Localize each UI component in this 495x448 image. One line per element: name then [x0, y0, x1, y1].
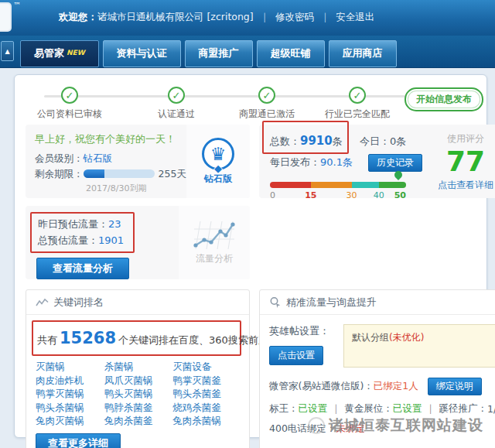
biaowang-label: 标王：	[269, 402, 299, 416]
traffic-analysis-button[interactable]: 查看流量分析	[36, 258, 129, 279]
logout-link[interactable]: 安全退出	[336, 11, 374, 22]
keyword-link[interactable]: 肉皮油炸机	[36, 374, 104, 387]
keyword-link[interactable]: 鸭头灭菌锅	[104, 388, 173, 400]
tab-super-shop[interactable]: 超级旺铺	[257, 40, 325, 67]
boost-panel-header: 精准流量与询盘提升	[260, 290, 495, 315]
tab-yiguanjia[interactable]: 易管家NEW	[20, 40, 99, 67]
check-icon: ✓	[258, 87, 275, 104]
boost-panel-title: 精准流量与询盘提升	[286, 296, 377, 309]
step-alliance-activated: ✓ 商盟通已激活	[239, 87, 295, 121]
annotation-box-traffic: 昨日预估流量：23 总预估流量：1901	[30, 212, 135, 253]
traffic-card: 昨日预估流量：23 总预估流量：1901 查看流量分析	[26, 206, 250, 279]
keyword-link[interactable]: 灭菌锅	[36, 361, 104, 373]
phone-bind-label: 400电话绑定：	[269, 422, 336, 436]
main-panel: ✓ 公司资料已审核 ✓ 认证通过 ✓ 商盟通已激活 ✓ 行业已完全匹配 开始信息…	[14, 74, 487, 438]
phone-bind-value: 未绑定	[336, 422, 365, 436]
greeting-card: 早上好，祝您有个美好的一天！ 会员级别：钻石版 剩余期限：255天 2017/8…	[26, 125, 250, 198]
wechat-value: 已绑定1人	[374, 380, 418, 393]
keyword-panel: 关键词排名 共有15268个关键词排在百度、360搜索前三页。 灭菌锅 杀菌锅 …	[26, 289, 250, 448]
remaining-label: 剩余期限：	[35, 168, 84, 180]
wechat-label: 微管家(易站通微信版)：	[269, 380, 374, 393]
bottom-row: 关键词排名 共有15268个关键词排在百度、360搜索前三页。 灭菌锅 杀菌锅 …	[26, 289, 480, 448]
total-label: 总数：	[270, 135, 300, 147]
annotation-box-total: 总数：9910条	[270, 134, 343, 149]
total-traffic-value: 1901	[98, 234, 124, 246]
separator: ｜	[331, 402, 340, 416]
gold-slot-value: 已设置	[393, 402, 422, 416]
keyword-link[interactable]: 鸭头杀菌釜	[172, 388, 241, 400]
annotation-box-keywords: 共有15268个关键词排在百度、360搜索前三页。	[32, 320, 241, 356]
xijing-label: 蹊径推广：	[439, 402, 488, 416]
member-level-link[interactable]: 钻石版	[84, 152, 113, 164]
hero-group-box[interactable]: 默认分组(未优化) ▲ ▼	[343, 324, 495, 368]
onboarding-steps: ✓ 公司资料已审核 ✓ 认证通过 ✓ 商盟通已激活 ✓ 行业已完全匹配 开始信息…	[26, 81, 480, 125]
screen: ™ 欢迎您：诸城市日通机械有限公司 [zcritong] ｜ 修改密码 ｜ 安全…	[0, 0, 495, 438]
today-value: 0条	[390, 135, 406, 147]
tick-30: 30	[346, 190, 357, 200]
yesterday-traffic-value: 23	[108, 218, 121, 230]
hero-settings-label: 英雄帖设置：	[269, 324, 336, 338]
tab-label: 资料与认证	[117, 47, 167, 59]
keyword-link[interactable]: 杀菌锅	[104, 361, 173, 373]
separator: ｜	[260, 11, 269, 22]
tab-label: 应用商店	[343, 47, 383, 59]
tick-15: 15	[305, 190, 316, 200]
collapse-up-button[interactable]: ▲	[1, 41, 14, 61]
welcome-label: 欢迎您：	[59, 11, 97, 22]
history-button[interactable]: 历史记录	[368, 154, 422, 172]
tab-app-store[interactable]: 应用商店	[329, 40, 397, 67]
tab-alliance-promotion[interactable]: 商盟推广	[185, 40, 253, 67]
tab-label: 商盟推广	[199, 47, 239, 59]
greeting-message: 早上好，祝您有个美好的一天！	[35, 132, 179, 146]
keyword-panel-header: 关键词排名	[26, 290, 249, 315]
crown-glyph: ♛	[210, 144, 227, 164]
keyword-link[interactable]: 烧鸡杀菌釜	[172, 402, 241, 414]
keyword-link[interactable]: 兔肉灭菌锅	[36, 415, 104, 427]
traffic-row: 昨日预估流量：23 总预估流量：1901 查看流量分析	[26, 206, 480, 279]
keyword-link[interactable]: 灭菌设备	[172, 361, 241, 373]
change-password-link[interactable]: 修改密码	[275, 11, 314, 22]
keyword-link[interactable]: 鸭脖杀菌釜	[104, 402, 173, 414]
keyword-links-grid: 灭菌锅 杀菌锅 灭菌设备 肉皮油炸机 凤爪灭菌锅 鸭掌灭菌釜 鸭掌灭菌锅 鸭头灭…	[36, 361, 241, 427]
hero-set-button[interactable]: 点击设置	[269, 346, 323, 365]
total-value: 9910	[300, 134, 333, 148]
boost-panel: 精准流量与询盘提升 英雄帖设置： 点击设置 默认分组(未优化) ▲	[259, 289, 495, 448]
hero-group-value: 默认分组	[352, 332, 389, 343]
gold-slot-label: 黄金展位：	[344, 402, 393, 416]
step-label: 商盟通已激活	[239, 108, 295, 121]
keyword-link[interactable]: 鸭头杀菌锅	[36, 402, 104, 414]
company-name: 诸城市日通机械有限公司 [zcritong]	[97, 11, 254, 22]
tab-profile-certification[interactable]: 资料与认证	[103, 40, 181, 67]
bind-help-button[interactable]: 绑定说明	[428, 378, 482, 395]
keyword-link[interactable]: 兔肉杀菌釜	[104, 415, 173, 427]
promotion-status-row: 标王：已设置｜黄金展位：已设置｜蹊径推广：1/10	[269, 402, 495, 416]
keyword-panel-title: 关键词排名	[53, 296, 104, 309]
diamond-glyph: ◆	[214, 163, 222, 173]
usage-score-zone: 使用评分 77 点击查看详细	[425, 131, 495, 192]
daily-label: 每日发布：	[270, 156, 320, 168]
gauge-bar	[270, 182, 406, 188]
new-badge: NEW	[67, 49, 85, 56]
keyword-count: 15268	[60, 329, 116, 347]
progress-fill	[84, 169, 105, 178]
tab-label: 超级旺铺	[271, 47, 311, 59]
publish-stats-card: 总数：9910条 今日：0条 每日发布：90.1条 历史记录	[259, 125, 495, 198]
keyword-link[interactable]: 兔肉杀菌锅	[172, 415, 241, 427]
keyword-link[interactable]: 凤爪灭菌锅	[104, 374, 173, 387]
keyword-link[interactable]: 鸭掌灭菌锅	[36, 388, 104, 400]
welcome-bar: 欢迎您：诸城市日通机械有限公司 [zcritong] ｜ 修改密码 ｜ 安全退出	[59, 11, 374, 24]
tick-50: 50	[394, 190, 406, 200]
total-unit: 条	[333, 135, 343, 147]
score-detail-link[interactable]: 点击查看详细	[425, 179, 495, 192]
more-keywords-button[interactable]: 查看更多详细	[36, 433, 121, 448]
biaowang-value: 已设置	[299, 402, 328, 416]
traffic-chart-zone: 流量分析	[179, 206, 250, 279]
keyword-link[interactable]: 鸭掌灭菌釜	[172, 374, 241, 387]
daily-value: 90.1条	[320, 156, 353, 168]
keyword-summary-prefix: 共有	[37, 334, 57, 346]
app-logo-icon	[0, 2, 12, 32]
total-traffic-label: 总预估流量：	[38, 234, 98, 246]
start-publish-button[interactable]: 开始信息发布	[405, 87, 483, 111]
trend-zigzag-icon	[36, 298, 49, 307]
top-header-bar: ™ 欢迎您：诸城市日通机械有限公司 [zcritong] ｜ 修改密码 ｜ 安全…	[0, 0, 495, 36]
